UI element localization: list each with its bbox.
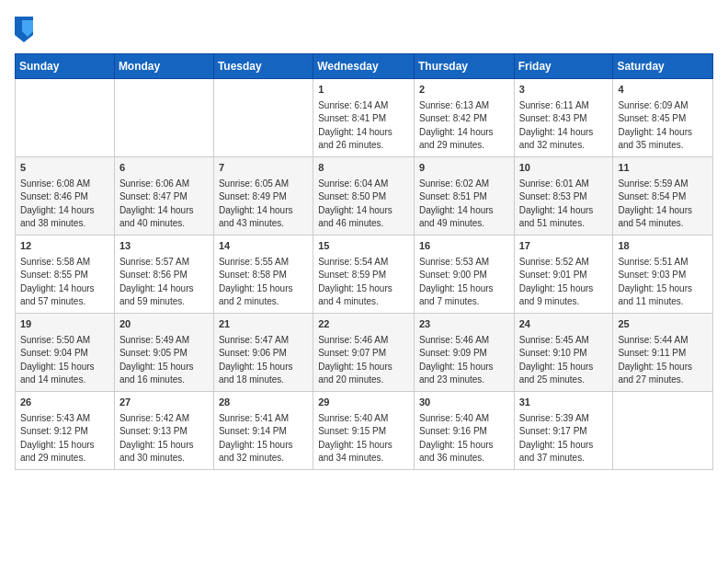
day-info: Sunrise: 5:54 AM Sunset: 8:59 PM Dayligh… [318,256,409,309]
day-number: 27 [119,396,209,410]
day-info: Sunrise: 6:05 AM Sunset: 8:49 PM Dayligh… [219,178,308,231]
day-number: 18 [618,239,708,254]
day-number: 23 [419,317,509,332]
day-info: Sunrise: 6:11 AM Sunset: 8:43 PM Dayligh… [519,99,609,153]
logo [15,15,37,42]
calendar-day-16: 16Sunrise: 5:53 AM Sunset: 9:00 PM Dayli… [414,235,514,313]
calendar-day-19: 19Sunrise: 5:50 AM Sunset: 9:04 PM Dayli… [16,313,115,391]
day-info: Sunrise: 6:01 AM Sunset: 8:53 PM Dayligh… [519,178,609,231]
calendar-day-31: 31Sunrise: 5:39 AM Sunset: 9:17 PM Dayli… [514,391,613,469]
calendar-day-23: 23Sunrise: 5:46 AM Sunset: 9:09 PM Dayli… [414,313,514,391]
day-header-friday: Friday [514,54,613,79]
calendar-week-row: 26Sunrise: 5:43 AM Sunset: 9:12 PM Dayli… [16,391,713,469]
day-header-sunday: Sunday [16,54,115,79]
day-number: 7 [219,161,308,176]
calendar-day-10: 10Sunrise: 6:01 AM Sunset: 8:53 PM Dayli… [514,156,613,235]
day-number: 13 [119,239,209,254]
calendar-day-1: 1Sunrise: 6:14 AM Sunset: 8:41 PM Daylig… [313,79,415,157]
calendar-day-6: 6Sunrise: 6:06 AM Sunset: 8:47 PM Daylig… [114,156,213,235]
day-number: 22 [318,317,409,332]
logo-icon [15,17,33,42]
day-number: 6 [119,161,209,176]
day-header-monday: Monday [114,54,213,79]
calendar-week-row: 19Sunrise: 5:50 AM Sunset: 9:04 PM Dayli… [16,313,713,391]
day-info: Sunrise: 6:09 AM Sunset: 8:45 PM Dayligh… [618,99,708,153]
day-info: Sunrise: 5:40 AM Sunset: 9:16 PM Dayligh… [419,412,509,465]
day-number: 31 [519,396,609,410]
calendar-day-28: 28Sunrise: 5:41 AM Sunset: 9:14 PM Dayli… [213,391,313,469]
calendar-day-18: 18Sunrise: 5:51 AM Sunset: 9:03 PM Dayli… [613,235,713,313]
calendar-day-7: 7Sunrise: 6:05 AM Sunset: 8:49 PM Daylig… [213,156,313,235]
day-info: Sunrise: 6:06 AM Sunset: 8:47 PM Dayligh… [119,178,209,231]
day-number: 14 [219,239,308,254]
day-info: Sunrise: 5:49 AM Sunset: 9:05 PM Dayligh… [119,334,209,387]
day-number: 21 [219,317,308,332]
day-number: 9 [419,161,509,176]
day-info: Sunrise: 6:08 AM Sunset: 8:46 PM Dayligh… [20,178,109,231]
day-info: Sunrise: 5:51 AM Sunset: 9:03 PM Dayligh… [618,256,708,309]
calendar-day-8: 8Sunrise: 6:04 AM Sunset: 8:50 PM Daylig… [313,156,415,235]
day-info: Sunrise: 5:44 AM Sunset: 9:11 PM Dayligh… [618,334,708,387]
day-info: Sunrise: 5:41 AM Sunset: 9:14 PM Dayligh… [219,412,308,465]
calendar-day-11: 11Sunrise: 5:59 AM Sunset: 8:54 PM Dayli… [613,156,713,235]
calendar-day-22: 22Sunrise: 5:46 AM Sunset: 9:07 PM Dayli… [313,313,415,391]
day-number: 4 [618,83,708,98]
day-info: Sunrise: 6:13 AM Sunset: 8:42 PM Dayligh… [419,99,509,153]
calendar-week-row: 1Sunrise: 6:14 AM Sunset: 8:41 PM Daylig… [16,79,713,157]
calendar-day-27: 27Sunrise: 5:42 AM Sunset: 9:13 PM Dayli… [114,391,213,469]
calendar-day-26: 26Sunrise: 5:43 AM Sunset: 9:12 PM Dayli… [16,391,115,469]
day-info: Sunrise: 5:55 AM Sunset: 8:58 PM Dayligh… [219,256,308,309]
day-number: 20 [119,317,209,332]
calendar-empty-cell [213,79,313,157]
calendar-day-29: 29Sunrise: 5:40 AM Sunset: 9:15 PM Dayli… [313,391,415,469]
calendar-header-row: SundayMondayTuesdayWednesdayThursdayFrid… [16,54,713,79]
day-info: Sunrise: 5:57 AM Sunset: 8:56 PM Dayligh… [119,256,209,309]
day-number: 10 [519,161,609,176]
day-info: Sunrise: 5:40 AM Sunset: 9:15 PM Dayligh… [318,412,409,465]
calendar-table: SundayMondayTuesdayWednesdayThursdayFrid… [15,53,713,470]
day-info: Sunrise: 5:58 AM Sunset: 8:55 PM Dayligh… [20,256,109,309]
day-info: Sunrise: 5:39 AM Sunset: 9:17 PM Dayligh… [519,412,609,465]
calendar-empty-cell [613,391,713,469]
calendar-day-5: 5Sunrise: 6:08 AM Sunset: 8:46 PM Daylig… [16,156,115,235]
day-info: Sunrise: 6:02 AM Sunset: 8:51 PM Dayligh… [419,178,509,231]
day-info: Sunrise: 5:50 AM Sunset: 9:04 PM Dayligh… [20,334,109,387]
calendar-day-20: 20Sunrise: 5:49 AM Sunset: 9:05 PM Dayli… [114,313,213,391]
day-info: Sunrise: 6:04 AM Sunset: 8:50 PM Dayligh… [318,178,409,231]
calendar-day-14: 14Sunrise: 5:55 AM Sunset: 8:58 PM Dayli… [213,235,313,313]
day-number: 15 [318,239,409,254]
day-number: 3 [519,83,609,98]
day-number: 28 [219,396,308,410]
day-info: Sunrise: 5:59 AM Sunset: 8:54 PM Dayligh… [618,178,708,231]
calendar-day-24: 24Sunrise: 5:45 AM Sunset: 9:10 PM Dayli… [514,313,613,391]
day-info: Sunrise: 5:45 AM Sunset: 9:10 PM Dayligh… [519,334,609,387]
day-info: Sunrise: 5:47 AM Sunset: 9:06 PM Dayligh… [219,334,308,387]
day-info: Sunrise: 5:42 AM Sunset: 9:13 PM Dayligh… [119,412,209,465]
day-number: 8 [318,161,409,176]
calendar-day-9: 9Sunrise: 6:02 AM Sunset: 8:51 PM Daylig… [414,156,514,235]
day-header-thursday: Thursday [414,54,514,79]
day-number: 24 [519,317,609,332]
day-info: Sunrise: 5:46 AM Sunset: 9:09 PM Dayligh… [419,334,509,387]
calendar-day-13: 13Sunrise: 5:57 AM Sunset: 8:56 PM Dayli… [114,235,213,313]
calendar-empty-cell [114,79,213,157]
day-info: Sunrise: 5:52 AM Sunset: 9:01 PM Dayligh… [519,256,609,309]
day-number: 30 [419,396,509,410]
day-number: 12 [20,239,109,254]
calendar-day-30: 30Sunrise: 5:40 AM Sunset: 9:16 PM Dayli… [414,391,514,469]
day-number: 25 [618,317,708,332]
day-info: Sunrise: 5:53 AM Sunset: 9:00 PM Dayligh… [419,256,509,309]
calendar-day-25: 25Sunrise: 5:44 AM Sunset: 9:11 PM Dayli… [613,313,713,391]
day-number: 5 [20,161,109,176]
calendar-day-12: 12Sunrise: 5:58 AM Sunset: 8:55 PM Dayli… [16,235,115,313]
page-header [15,15,713,42]
day-number: 19 [20,317,109,332]
day-number: 17 [519,239,609,254]
calendar-empty-cell [16,79,115,157]
day-number: 11 [618,161,708,176]
day-header-wednesday: Wednesday [313,54,415,79]
day-number: 2 [419,83,509,98]
day-number: 26 [20,396,109,410]
day-number: 29 [318,396,409,410]
day-number: 1 [318,83,409,98]
